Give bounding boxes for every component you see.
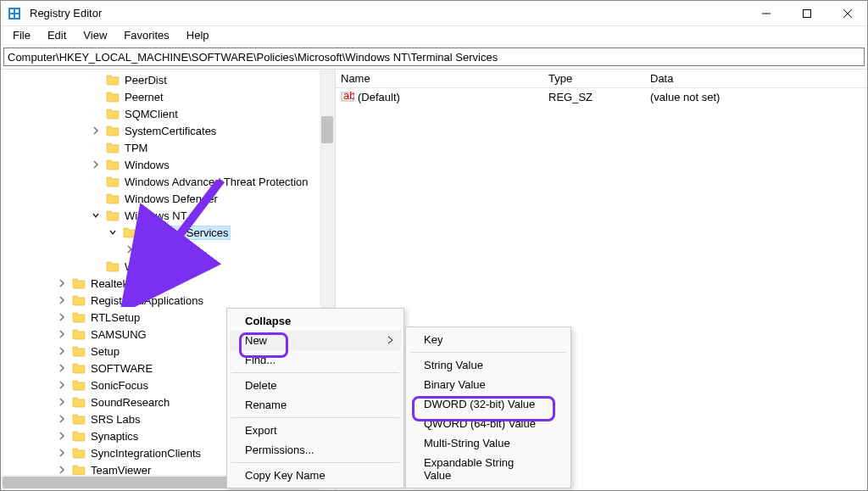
chevron-down-icon[interactable]	[106, 227, 120, 237]
chevron-right-icon[interactable]	[55, 312, 69, 322]
cm-new-label: New	[245, 334, 267, 347]
tree-node-label: Client	[157, 243, 188, 256]
tree-node-label: RTLSetup	[89, 311, 142, 324]
tree-node-label: Windows File Pro	[123, 260, 212, 273]
menu-file[interactable]: File	[4, 27, 39, 43]
chevron-right-icon[interactable]	[55, 397, 69, 407]
string-value-icon: ab	[341, 90, 354, 103]
svg-rect-4	[15, 14, 19, 18]
chevron-right-icon[interactable]	[55, 448, 69, 458]
tree-node[interactable]: RegisteredApplications	[1, 292, 320, 309]
cm-new-key[interactable]: Key	[409, 330, 568, 349]
tree-node-label: PeerDist	[123, 74, 169, 86]
cm-new-binary[interactable]: Binary Value	[409, 375, 568, 394]
window-controls	[754, 5, 860, 22]
folder-icon	[72, 310, 86, 324]
folder-icon	[106, 90, 120, 103]
scrollbar-thumb[interactable]	[3, 477, 240, 488]
tree-node[interactable]: Realtek	[1, 275, 320, 292]
tree-node-label: SonicFocus	[89, 379, 150, 392]
list-item[interactable]: ab (Default) REG_SZ (value not set)	[336, 88, 867, 105]
folder-icon	[140, 243, 153, 256]
tree-node-label: Windows Defender	[123, 192, 220, 205]
chevron-right-icon[interactable]	[123, 244, 136, 254]
tree-node-label: Windows NT	[123, 209, 189, 222]
chevron-right-icon[interactable]	[55, 431, 69, 441]
folder-icon	[72, 429, 86, 443]
cm-delete[interactable]: Delete	[230, 376, 401, 395]
tree-node[interactable]: Windows Advanced Threat Protection	[1, 173, 320, 190]
col-header-data[interactable]: Data	[645, 70, 867, 87]
cm-new-qword[interactable]: QWORD (64-bit) Value	[409, 414, 568, 433]
registry-editor-window: Registry Editor File Edit View Favorites…	[0, 0, 868, 491]
separator	[410, 352, 566, 353]
col-header-name[interactable]: Name	[336, 70, 543, 87]
tree-node-label: SOFTWARE	[89, 362, 154, 375]
tree-node[interactable]: Windows	[1, 156, 320, 173]
cm-new[interactable]: New	[230, 331, 401, 350]
chevron-down-icon[interactable]	[89, 210, 103, 220]
tree-node-label: SRS Labs	[89, 413, 142, 426]
chevron-right-icon[interactable]	[55, 363, 69, 373]
tree-node[interactable]: PeerDist	[1, 71, 320, 88]
window-title: Registry Editor	[28, 7, 754, 20]
cm-collapse[interactable]: Collapse	[230, 311, 401, 331]
content-area: PeerDistPeernetSQMClientSystemCertificat…	[1, 69, 867, 490]
tree-node[interactable]: Windows NT	[1, 207, 320, 224]
chevron-right-icon[interactable]	[55, 329, 69, 339]
cm-copy-key-name[interactable]: Copy Key Name	[230, 466, 401, 485]
chevron-right-icon[interactable]	[89, 126, 103, 136]
cm-permissions[interactable]: Permissions...	[230, 440, 401, 460]
chevron-right-icon[interactable]	[89, 159, 103, 170]
menu-favorites[interactable]: Favorites	[115, 27, 177, 43]
folder-icon	[72, 276, 86, 290]
minimize-button[interactable]	[754, 5, 779, 22]
folder-icon	[72, 361, 86, 375]
chevron-right-icon[interactable]	[55, 346, 69, 356]
tree-node-label: Terminal Services	[140, 226, 231, 240]
cm-find[interactable]: Find...	[230, 350, 401, 370]
chevron-right-icon[interactable]	[55, 465, 69, 475]
col-header-type[interactable]: Type	[543, 70, 645, 87]
value-data: (value not set)	[650, 91, 720, 103]
cm-new-expandable-string[interactable]: Expandable String Value	[409, 453, 568, 485]
tree-node[interactable]: SystemCertificates	[1, 122, 320, 139]
tree-node-label: SystemCertificates	[123, 125, 218, 137]
chevron-right-icon[interactable]	[55, 380, 69, 390]
value-name: (Default)	[358, 91, 400, 103]
folder-icon	[72, 412, 86, 426]
folder-icon	[106, 124, 120, 137]
close-button[interactable]	[835, 5, 860, 22]
scrollbar-thumb[interactable]	[321, 116, 333, 143]
tree-node-label: TPM	[123, 142, 149, 154]
tree-node[interactable]: Client	[1, 241, 320, 258]
chevron-right-icon[interactable]	[55, 278, 69, 288]
folder-icon	[72, 395, 86, 409]
tree-node-label: Realtek	[89, 277, 130, 290]
maximize-button[interactable]	[794, 5, 820, 22]
chevron-right-icon[interactable]	[55, 414, 69, 424]
cm-new-multi-string[interactable]: Multi-String Value	[409, 433, 568, 453]
tree-node[interactable]: Windows Defender	[1, 190, 320, 207]
menu-edit[interactable]: Edit	[39, 27, 75, 43]
tree-node-label: Peernet	[123, 91, 165, 103]
chevron-right-icon[interactable]	[55, 295, 69, 305]
cm-export[interactable]: Export	[230, 421, 401, 440]
svg-rect-1	[10, 9, 14, 13]
tree-node[interactable]: Windows File Pro	[1, 258, 320, 275]
tree-node[interactable]: Terminal Services	[1, 224, 320, 241]
tree-node[interactable]: SQMClient	[1, 105, 320, 122]
cm-new-dword[interactable]: DWORD (32-bit) Value	[409, 394, 568, 414]
folder-icon	[106, 175, 120, 188]
address-bar[interactable]: Computer\HKEY_LOCAL_MACHINE\SOFTWARE\Pol…	[3, 47, 865, 66]
cm-rename[interactable]: Rename	[230, 395, 401, 415]
menubar: File Edit View Favorites Help	[1, 26, 867, 45]
tree-node-label: SyncIntegrationClients	[89, 447, 203, 460]
tree-node[interactable]: Peernet	[1, 88, 320, 105]
context-menu-key: Collapse New Find... Delete Rename Expor…	[226, 308, 404, 488]
folder-icon	[72, 463, 86, 475]
cm-new-string[interactable]: String Value	[409, 355, 568, 375]
menu-help[interactable]: Help	[178, 27, 218, 43]
tree-node[interactable]: TPM	[1, 139, 320, 156]
menu-view[interactable]: View	[75, 27, 115, 43]
